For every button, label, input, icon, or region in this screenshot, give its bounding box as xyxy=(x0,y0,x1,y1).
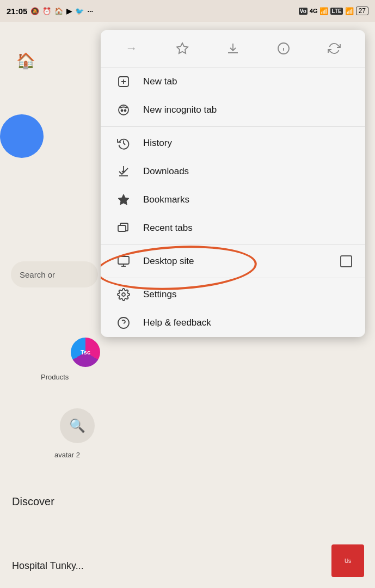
forward-button[interactable]: → xyxy=(121,38,143,59)
battery-level: 27 xyxy=(359,7,366,15)
download-button[interactable] xyxy=(222,38,244,59)
home-browser-icon: 🏠 xyxy=(16,52,35,70)
desktop-site-checkbox[interactable] xyxy=(340,255,352,267)
svg-rect-9 xyxy=(120,107,122,108)
download-icon xyxy=(226,42,239,55)
new-tab-icon xyxy=(114,75,133,88)
desktop-site-label: Desktop site xyxy=(143,256,340,267)
svg-point-19 xyxy=(118,317,129,328)
desktop-icon xyxy=(114,255,133,268)
svg-marker-0 xyxy=(177,43,188,53)
help-label: Help & feedback xyxy=(143,317,352,328)
svg-rect-14 xyxy=(118,225,126,231)
bookmarks-label: Bookmarks xyxy=(143,194,352,205)
status-bar: 21:05 🔕 ⏰ 🏠 ▶ 🐦 ··· Vo 4G 📶 LTE 📶 27 xyxy=(0,0,375,22)
settings-item[interactable]: Settings xyxy=(101,280,365,309)
bookmarks-icon xyxy=(114,193,133,206)
alarm-icon: ⏰ xyxy=(42,7,51,15)
signal-bars-2: 📶 xyxy=(345,7,354,15)
settings-icon xyxy=(114,288,133,301)
recent-tabs-item[interactable]: Recent tabs xyxy=(101,214,365,242)
tsc-label: Tsc xyxy=(81,349,90,356)
history-icon xyxy=(114,137,133,150)
network-4g: 4G xyxy=(310,8,318,14)
downloads-label: Downloads xyxy=(143,166,352,177)
settings-label: Settings xyxy=(143,289,352,300)
lte-icon: LTE xyxy=(330,8,342,15)
incognito-item[interactable]: New incognito tab xyxy=(101,96,365,124)
status-right: Vo 4G 📶 LTE 📶 27 xyxy=(299,7,368,15)
refresh-icon xyxy=(328,42,341,55)
downloads-item[interactable]: Downloads xyxy=(101,157,365,186)
volte-icon: Vo xyxy=(299,8,308,15)
svg-rect-15 xyxy=(118,256,129,264)
help-item[interactable]: Help & feedback xyxy=(101,309,365,337)
downloads-icon xyxy=(114,165,133,178)
youtube-icon: ▶ xyxy=(66,7,72,15)
search-icon-circle: 🔍 xyxy=(60,408,95,443)
desktop-site-item[interactable]: Desktop site xyxy=(101,247,365,275)
recent-tabs-icon xyxy=(114,222,133,235)
info-icon xyxy=(277,42,290,55)
recent-tabs-label: Recent tabs xyxy=(143,223,352,234)
star-outline-icon xyxy=(176,42,189,55)
menu-toolbar: → xyxy=(101,30,365,68)
divider-3 xyxy=(101,278,365,278)
divider-2 xyxy=(101,244,365,245)
bottom-text: Hospital Tunky... xyxy=(12,560,84,572)
products-label: Products xyxy=(41,373,69,381)
twitter-icon: 🐦 xyxy=(75,7,84,15)
svg-rect-10 xyxy=(125,107,127,108)
history-item[interactable]: History xyxy=(101,129,365,157)
divider-1 xyxy=(101,126,365,127)
discover-label: Discover xyxy=(12,495,54,508)
bookmarks-item[interactable]: Bookmarks xyxy=(101,186,365,214)
history-label: History xyxy=(143,138,352,149)
avatar-label: avatar 2 xyxy=(54,451,80,459)
bottom-red-box: Us xyxy=(331,544,364,577)
status-time: 21:05 xyxy=(7,7,27,16)
mute-icon: 🔕 xyxy=(30,7,39,15)
svg-point-7 xyxy=(121,110,123,112)
browser-menu: → New tab xyxy=(101,30,365,337)
incognito-label: New incognito tab xyxy=(143,105,352,115)
search-bubble-text: Search or xyxy=(20,270,55,279)
refresh-button[interactable] xyxy=(323,38,345,59)
profile-circle xyxy=(0,114,44,158)
forward-icon: → xyxy=(126,41,138,56)
new-tab-item[interactable]: New tab xyxy=(101,68,365,96)
bookmark-button[interactable] xyxy=(171,38,193,59)
status-left: 21:05 🔕 ⏰ 🏠 ▶ 🐦 ··· xyxy=(7,7,93,16)
help-icon xyxy=(114,316,133,329)
svg-marker-13 xyxy=(118,194,129,205)
search-bubble: Search or xyxy=(11,261,98,287)
new-tab-label: New tab xyxy=(143,76,352,87)
home-notif-icon: 🏠 xyxy=(54,7,63,15)
signal-bars-1: 📶 xyxy=(319,7,328,15)
incognito-icon xyxy=(114,103,133,117)
tsc-icon-circle: Tsc xyxy=(71,338,100,367)
svg-point-18 xyxy=(122,293,125,296)
svg-point-8 xyxy=(125,110,126,112)
info-button[interactable] xyxy=(273,38,294,59)
battery-icon: 27 xyxy=(356,7,368,15)
more-dots-icon: ··· xyxy=(87,7,93,15)
